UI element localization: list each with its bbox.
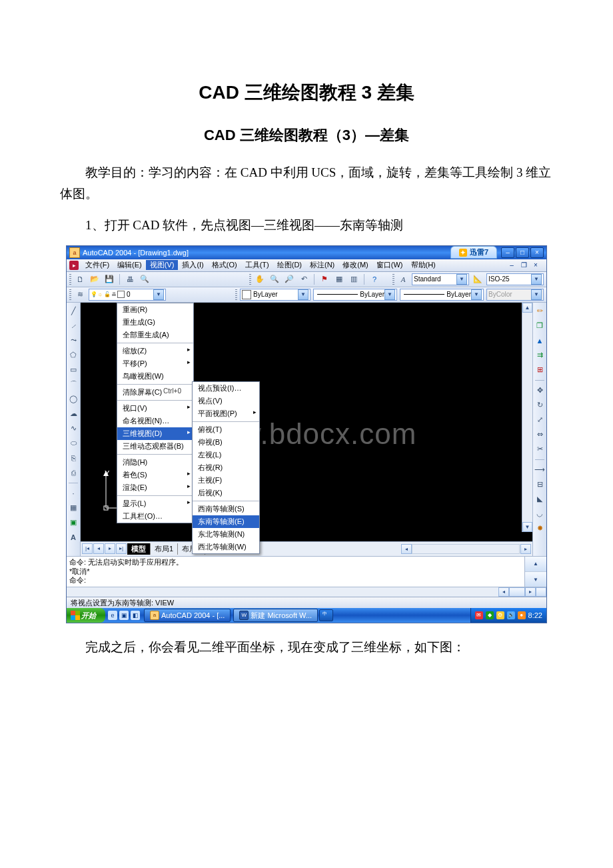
menu-clear-screen[interactable]: 清除屏幕(C) Ctrl+0: [117, 384, 193, 399]
open-icon[interactable]: 📂: [89, 273, 101, 285]
print-icon[interactable]: 🖶: [124, 273, 136, 285]
xline-icon[interactable]: ⟋: [67, 320, 79, 332]
submenu-front[interactable]: 主视(F): [193, 474, 259, 487]
lineweight-dropdown[interactable]: ByLayer ▼: [400, 289, 484, 301]
start-button[interactable]: 开始: [67, 608, 105, 623]
desktop-icon[interactable]: ▣: [119, 611, 129, 620]
copy-icon[interactable]: ❐: [534, 320, 546, 332]
tray-icon[interactable]: ✉: [475, 611, 483, 619]
scroll-down-icon[interactable]: ▼: [522, 522, 532, 532]
v-scrollbar[interactable]: ▲ ▼: [522, 303, 532, 532]
doc-maximize-button[interactable]: ❐: [518, 261, 529, 270]
mtext-icon[interactable]: A: [67, 531, 79, 543]
layer-manager-icon[interactable]: ≋: [74, 289, 86, 301]
scroll-left-icon[interactable]: ◂: [401, 544, 412, 554]
submenu-top[interactable]: 俯视(T): [193, 421, 259, 436]
submenu-right[interactable]: 右视(R): [193, 461, 259, 474]
clock[interactable]: 8:22: [528, 611, 542, 619]
menu-dimension[interactable]: 标注(N): [306, 260, 338, 270]
scroll-down-icon[interactable]: ▼: [525, 572, 546, 587]
tab-layout1[interactable]: 布局1: [151, 543, 178, 555]
menu-edit[interactable]: 编辑(E): [113, 260, 146, 270]
menu-toolbars[interactable]: 工具栏(O)…: [117, 510, 193, 523]
menu-hide[interactable]: 消隐(H): [117, 454, 193, 469]
help-icon[interactable]: ?: [368, 273, 380, 285]
explode-icon[interactable]: ✸: [534, 523, 546, 535]
submenu-bottom[interactable]: 仰视(B): [193, 436, 259, 449]
ie-icon[interactable]: e: [108, 611, 117, 620]
mirror-icon[interactable]: ▲: [534, 335, 546, 347]
cmd-h-scroll[interactable]: ◂ ▸: [67, 587, 546, 597]
make-block-icon[interactable]: ⎙: [67, 467, 79, 479]
menu-format[interactable]: 格式(O): [208, 260, 241, 270]
tray-icon[interactable]: ⚙: [496, 611, 504, 619]
zoom-prev-icon[interactable]: ↶: [298, 273, 310, 285]
submenu-back[interactable]: 后视(K): [193, 487, 259, 499]
menu-pan[interactable]: 平移(P): [117, 357, 193, 370]
break-icon[interactable]: ⊟: [534, 479, 546, 491]
submenu-se-iso[interactable]: 东南等轴测(E): [193, 515, 259, 528]
h-scrollbar[interactable]: ◂ ▸: [400, 544, 532, 554]
scroll-right-icon[interactable]: ▸: [520, 544, 531, 554]
submenu-plan-view[interactable]: 平面视图(P): [193, 407, 259, 420]
menu-regen[interactable]: 重生成(G): [117, 316, 193, 329]
submenu-ne-iso[interactable]: 东北等轴测(N): [193, 528, 259, 541]
move-icon[interactable]: ✥: [534, 385, 546, 397]
arc-icon[interactable]: ⌒: [67, 379, 79, 391]
menu-window[interactable]: 窗口(W): [372, 260, 407, 270]
doc-close-button[interactable]: ×: [530, 261, 541, 270]
new-icon[interactable]: 🗋: [74, 273, 86, 285]
submenu-viewpoint[interactable]: 视点(V): [193, 395, 259, 407]
drawing-canvas[interactable]: 重画(R) 重生成(G) 全部重生成(A) 缩放(Z) 平移(P) 鸟瞰视图(W…: [81, 303, 532, 556]
tab-prev-icon[interactable]: ◂: [93, 543, 104, 554]
polyline-icon[interactable]: ⤳: [67, 335, 79, 347]
submenu-sw-iso[interactable]: 西南等轴测(S): [193, 501, 259, 515]
menu-3d-views[interactable]: 三维视图(D): [117, 427, 193, 440]
tab-model[interactable]: 模型: [127, 543, 151, 555]
design-center-icon[interactable]: ▦: [333, 273, 345, 285]
tab-last-icon[interactable]: ▸|: [116, 543, 127, 554]
task-autocad[interactable]: a AutoCAD 2004 - [...: [144, 609, 231, 622]
submenu-left[interactable]: 左视(L): [193, 449, 259, 461]
tray-icon[interactable]: ●: [518, 611, 526, 619]
spline-icon[interactable]: ∿: [67, 423, 79, 435]
point-icon[interactable]: ·: [67, 487, 79, 499]
submenu-vpoint-preset[interactable]: 视点预设(I)…: [193, 382, 259, 395]
chamfer-icon[interactable]: ◣: [534, 493, 546, 505]
line-icon[interactable]: ╱: [67, 305, 79, 317]
menu-insert[interactable]: 插入(I): [178, 260, 207, 270]
tray-icon[interactable]: 🔊: [507, 611, 515, 619]
rotate-icon[interactable]: ↻: [534, 399, 546, 411]
insert-block-icon[interactable]: ⎘: [67, 452, 79, 464]
extend-icon[interactable]: ⟶: [534, 464, 546, 476]
menu-draw[interactable]: 绘图(D): [273, 260, 306, 270]
menu-zoom[interactable]: 缩放(Z): [117, 343, 193, 357]
menu-help[interactable]: 帮助(H): [407, 260, 440, 270]
command-line[interactable]: 命令: 无法启动实时助手应用程序。 *取消* 命令:: [67, 557, 524, 587]
revcloud-icon[interactable]: ☁: [67, 408, 79, 420]
resize-grip-icon[interactable]: [536, 587, 546, 597]
preview-icon[interactable]: 🔍: [139, 273, 151, 285]
menu-regenall[interactable]: 全部重生成(A): [117, 329, 193, 341]
menu-display[interactable]: 显示(L): [117, 495, 193, 510]
dimstyle-icon[interactable]: 📐: [472, 273, 484, 285]
close-button[interactable]: ×: [530, 247, 544, 258]
save-icon[interactable]: 💾: [103, 273, 115, 285]
scroll-up-icon[interactable]: ▲: [525, 557, 546, 572]
task-word[interactable]: W 新建 Microsoft W...: [233, 609, 318, 622]
tab-next-icon[interactable]: ▸: [105, 543, 115, 554]
rectangle-icon[interactable]: ▭: [67, 364, 79, 376]
scale-icon[interactable]: ⤢: [534, 414, 546, 426]
menu-shade[interactable]: 着色(S): [117, 469, 193, 481]
textstyle-icon[interactable]: A: [397, 273, 409, 285]
language-bar[interactable]: ㆗: [319, 609, 333, 621]
stretch-icon[interactable]: ⇔: [534, 429, 546, 441]
region-icon[interactable]: ▣: [67, 517, 79, 529]
hatch-icon[interactable]: ▦: [67, 502, 79, 514]
ellipse-icon[interactable]: ⬭: [67, 437, 79, 449]
ql-icon[interactable]: ◧: [131, 611, 140, 620]
fillet-icon[interactable]: ◡: [534, 508, 546, 520]
scroll-up-icon[interactable]: ▲: [522, 303, 532, 313]
menu-redraw[interactable]: 重画(R): [117, 303, 193, 316]
linetype-dropdown[interactable]: ByLayer ▼: [313, 289, 397, 301]
